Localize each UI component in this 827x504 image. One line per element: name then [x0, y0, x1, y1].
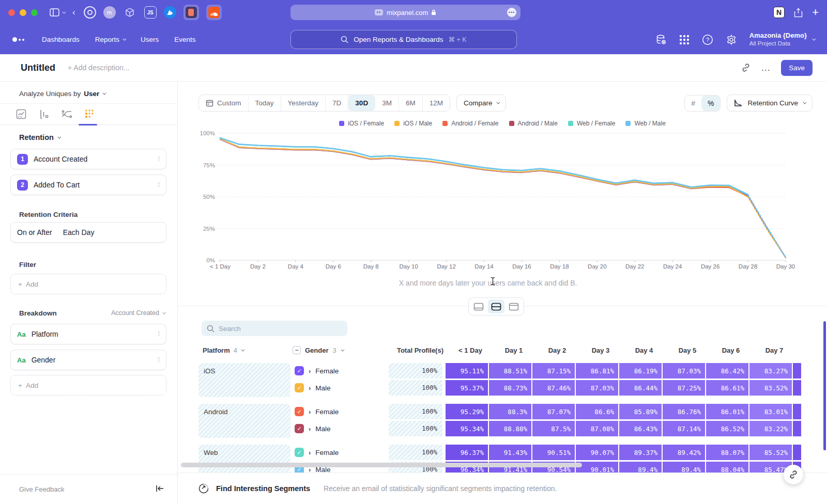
tab-groups-chevron-icon[interactable] — [62, 11, 65, 14]
legend-item[interactable]: Android / Male — [509, 120, 558, 127]
retention-cell[interactable]: 83.27% — [749, 363, 792, 379]
retention-cell[interactable]: 87.25% — [663, 380, 705, 396]
help-icon[interactable]: ? — [702, 34, 713, 45]
settings-gear-icon[interactable] — [726, 34, 737, 45]
bird-favicon[interactable] — [164, 6, 176, 19]
platform-header[interactable]: Platform4 — [198, 346, 293, 354]
step-more-icon[interactable]: ⁞ — [158, 158, 160, 161]
day-column-header[interactable]: Day 6 — [709, 346, 753, 354]
retention-cell[interactable]: 89.42% — [663, 445, 705, 460]
retention-cell[interactable]: 95.37% — [446, 380, 488, 396]
nav-reports[interactable]: Reports — [95, 36, 125, 43]
retention-cell[interactable]: 86.01% — [706, 404, 748, 419]
retention-cell[interactable]: 89.37% — [619, 445, 662, 460]
table-search[interactable] — [202, 321, 347, 336]
save-button[interactable]: Save — [781, 60, 813, 76]
row-checkbox[interactable]: ✓ — [295, 366, 304, 375]
retention-cell[interactable]: 88.88% — [489, 421, 531, 436]
day-column-header[interactable]: Day 5 — [666, 346, 709, 354]
retention-cell[interactable]: 88.04% — [706, 462, 748, 472]
total-profiles-header[interactable]: Total Profile(s) — [391, 346, 449, 354]
table-search-input[interactable] — [219, 325, 332, 333]
layout-chart-only-button[interactable] — [470, 300, 487, 313]
retention-cell[interactable]: 86.42% — [706, 363, 748, 379]
retention-cell[interactable]: 86.44% — [619, 380, 662, 396]
collapse-sidebar-icon[interactable] — [156, 485, 164, 494]
expand-row-icon[interactable]: › — [309, 367, 311, 375]
layout-split-button[interactable] — [488, 300, 504, 313]
legend-item[interactable]: Web / Male — [625, 120, 665, 127]
legend-item[interactable]: iOS / Male — [394, 120, 432, 127]
retention-cell[interactable]: 88.07% — [706, 445, 748, 460]
tab-insights[interactable] — [16, 108, 27, 120]
retention-cell[interactable]: 83.22% — [749, 421, 792, 436]
retention-cell[interactable]: 96.37% — [446, 445, 488, 460]
legend-item[interactable]: iOS / Female — [339, 120, 384, 127]
retention-cell[interactable]: 87.03% — [663, 363, 705, 379]
find-segments-label[interactable]: Find Interesting Segments — [216, 484, 310, 493]
project-switcher[interactable]: Amazonia {Demo}All Project Data — [749, 32, 815, 48]
retention-cell[interactable]: 86.52% — [706, 421, 748, 436]
close-window-button[interactable] — [8, 9, 15, 16]
notion-icon[interactable]: N — [773, 7, 785, 18]
retention-cell[interactable]: 95.11% — [446, 363, 488, 379]
nav-dashboards[interactable]: Dashboards — [42, 36, 80, 43]
retention-cell[interactable]: 88.51% — [489, 363, 531, 379]
range-7d[interactable]: 7D — [326, 95, 348, 111]
add-description[interactable]: + Add description... — [68, 64, 129, 72]
retention-cell[interactable]: 89.4% — [619, 462, 662, 472]
row-checkbox[interactable]: ✓ — [295, 448, 304, 457]
unit-count-button[interactable]: # — [685, 96, 701, 111]
retention-cell[interactable]: 87.46% — [532, 380, 575, 396]
retention-cell[interactable]: 87.07% — [532, 404, 575, 419]
minimize-window-button[interactable] — [20, 9, 26, 16]
day-column-header[interactable]: Day 2 — [535, 346, 579, 354]
global-search[interactable]: Open Reports & Dashboards ⌘ + K — [290, 30, 517, 49]
retention-cell[interactable]: 83.01% — [749, 404, 792, 419]
retention-cell[interactable]: 83.52% — [749, 380, 792, 396]
give-feedback-link[interactable]: Give Feedback — [19, 485, 64, 493]
retention-cell[interactable]: 86.19% — [619, 363, 662, 379]
mixpanel-logo[interactable] — [12, 37, 24, 42]
tab-flows[interactable] — [61, 108, 72, 120]
retention-cell[interactable]: 88.3% — [489, 404, 531, 419]
copy-link-icon[interactable] — [741, 63, 751, 72]
add-filter-button[interactable]: +Add — [10, 274, 166, 294]
add-breakdown-button[interactable]: +Add — [10, 375, 166, 396]
layout-table-only-button[interactable] — [506, 300, 522, 313]
range-6m[interactable]: 6M — [399, 95, 423, 111]
url-more-icon[interactable]: ••• — [507, 8, 516, 17]
vertical-scrollbar[interactable] — [823, 321, 826, 450]
target-favicon[interactable] — [84, 6, 96, 19]
tab-retention[interactable] — [84, 108, 95, 120]
retention-cell[interactable]: 95.29% — [446, 404, 488, 419]
retention-cell[interactable]: 86.61% — [706, 380, 748, 396]
platform-cell[interactable]: Android — [198, 404, 290, 438]
day-column-header[interactable]: Day 4 — [622, 346, 666, 354]
nav-users[interactable]: Users — [141, 36, 159, 43]
retention-cell[interactable]: 87.15% — [532, 363, 575, 379]
criteria-each-day[interactable]: Each Day — [63, 228, 95, 237]
analyze-value[interactable]: User — [84, 90, 99, 98]
retention-cell[interactable]: 87.08% — [576, 421, 618, 436]
horizontal-scrollbar[interactable] — [181, 463, 582, 467]
unit-percent-button[interactable]: % — [701, 96, 720, 111]
legend-item[interactable]: Android / Female — [442, 120, 498, 127]
retention-cell[interactable]: 86.43% — [619, 421, 662, 436]
apps-grid-icon[interactable] — [679, 35, 690, 45]
range-yesterday[interactable]: Yesterday — [281, 95, 326, 111]
legend-item[interactable]: Web / Female — [568, 120, 615, 127]
expand-row-icon[interactable]: › — [309, 425, 311, 433]
range-3m[interactable]: 3M — [375, 95, 399, 111]
soundcloud-favicon[interactable] — [206, 5, 222, 20]
compare-button[interactable]: Compare — [456, 94, 507, 112]
row-checkbox[interactable]: ✓ — [295, 383, 304, 392]
day-column-header[interactable]: Day 3 — [579, 346, 622, 354]
retention-cell[interactable]: 86.76% — [663, 404, 705, 419]
step-more-icon[interactable]: ⁞ — [158, 183, 160, 187]
range-custom[interactable]: Custom — [199, 95, 249, 111]
platform-cell[interactable]: iOS — [198, 363, 290, 397]
retention-cell[interactable]: 88.73% — [489, 380, 531, 396]
retention-section-header[interactable]: Retention — [19, 133, 60, 141]
analyze-uniques-row[interactable]: Analyze Uniques by User — [19, 90, 105, 98]
